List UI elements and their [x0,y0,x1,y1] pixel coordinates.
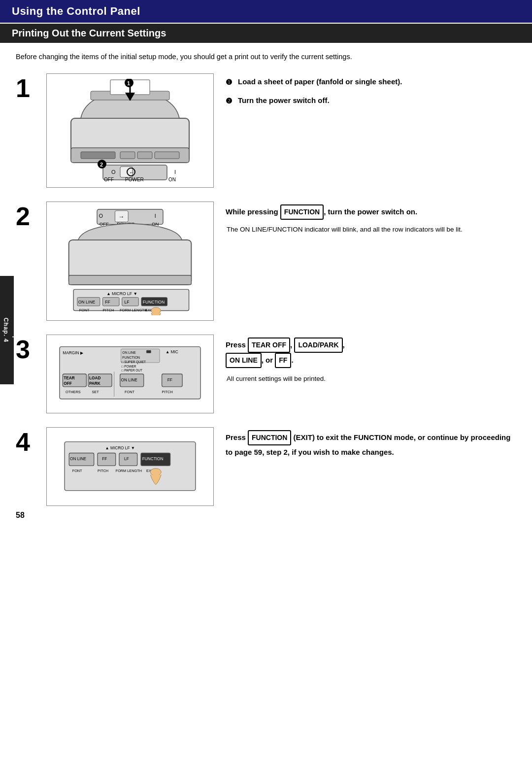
svg-rect-9 [155,152,179,159]
step-4-number: 4 [16,429,41,455]
svg-rect-6 [81,152,115,159]
step-1-instr-1: ❶ Load a sheet of paper (fanfold or sing… [226,76,516,88]
section-header: Printing Out the Current Settings [0,24,532,43]
step-2-diagram: → O I OFF ON POWER ▲ MICRO LF ▼ ON LINE [46,202,214,321]
step-2-row: 2 → O I OFF ON POWER [16,202,516,321]
step-1-bullet-1: ❶ [226,76,234,88]
step-2-instr-1: While pressing FUNCTION, turn the power … [226,204,516,220]
step-4-instr-1: Press FUNCTION (EXIT) to exit the FUNCTI… [226,430,516,459]
svg-text:FF: FF [105,300,110,304]
svg-point-47 [151,307,161,313]
svg-text:TEAR: TEAR [64,375,75,380]
svg-text:FONT: FONT [72,469,82,473]
step-3-instructions: Press TEAR OFF, LOAD/PARK, ON LINE, or F… [226,335,516,384]
panel-svg-3: MARGIN ▶ ON LINE FUNCTION □ SUPER QUIET … [54,344,206,404]
svg-text:FONT: FONT [125,390,135,394]
svg-text:ON LINE: ON LINE [70,457,87,461]
svg-text:OFF: OFF [64,381,72,386]
page-number: 58 [16,511,25,520]
function-exit-kbd: FUNCTION [248,430,291,445]
step-3-number: 3 [16,337,41,362]
tear-off-kbd: TEAR OFF [248,337,290,353]
step-1-diagram: O I OFF ON POWER ← 2 1 [46,73,214,188]
svg-text:▲ MICRO LF ▼: ▲ MICRO LF ▼ [105,446,135,450]
svg-text:MARGIN ▶: MARGIN ▶ [63,350,83,355]
svg-text:LF: LF [124,457,129,461]
section-title: Printing Out the Current Settings [12,28,166,38]
svg-text:FUNCTION: FUNCTION [143,300,165,304]
svg-text:POWER: POWER [125,177,144,182]
step-3-text-1: Press TEAR OFF, LOAD/PARK, ON LINE, or F… [226,337,345,368]
step-1-number: 1 [16,75,41,101]
svg-text:OFF: OFF [104,177,114,182]
step-1-instr-2: ❷ Turn the power switch off. [226,95,516,107]
step-4-row: 4 ▲ MICRO LF ▼ ON LINE FF LF FUNCTION FO… [16,427,516,506]
svg-text:ON LINE: ON LINE [121,377,138,382]
svg-text:I: I [174,169,176,175]
svg-rect-7 [120,152,135,159]
panel-svg-4: ▲ MICRO LF ▼ ON LINE FF LF FUNCTION FONT… [56,439,204,494]
step-4-instructions: Press FUNCTION (EXIT) to exit the FUNCTI… [226,427,516,464]
page-header: Using the Control Panel [0,0,532,23]
svg-text:PITCH: PITCH [103,308,114,312]
svg-text:→: → [118,213,124,220]
svg-text:FUNCTION: FUNCTION [142,457,164,461]
ff-kbd: FF [275,353,291,368]
step-1-instructions: ❶ Load a sheet of paper (fanfold or sing… [226,73,516,112]
svg-text:FUNCTION: FUNCTION [122,355,140,359]
step-2-sub-note: The ON LINE/FUNCTION indicator will blin… [226,225,516,235]
step-1-row: 1 [16,73,516,188]
svg-text:PARK: PARK [89,381,100,386]
svg-text:O: O [111,169,116,175]
function-button-kbd: FUNCTION [280,204,324,220]
svg-rect-53 [146,350,151,353]
intro-text: Before changing the items of the initial… [16,52,516,63]
on-line-kbd: ON LINE [226,353,262,368]
main-content: Before changing the items of the initial… [0,43,532,529]
svg-text:OTHERS: OTHERS [66,390,81,394]
svg-text:SET: SET [92,390,99,394]
page-title: Using the Control Panel [12,5,140,17]
step-2-instructions: While pressing FUNCTION, turn the power … [226,202,516,235]
svg-text:PITCH: PITCH [162,390,173,394]
step-4-diagram: ▲ MICRO LF ▼ ON LINE FF LF FUNCTION FONT… [46,427,214,506]
svg-text:O: O [99,213,103,219]
svg-rect-8 [137,152,152,159]
printer-svg-1: O I OFF ON POWER ← 2 1 [56,79,204,182]
svg-text:ON LINE: ON LINE [78,300,96,304]
step-1-text-1: Load a sheet of paper (fanfold or single… [238,76,402,88]
svg-text:FONT: FONT [79,308,90,312]
svg-rect-32 [69,275,192,284]
svg-text:LOAD: LOAD [89,375,101,380]
svg-text:PITCH: PITCH [98,469,108,473]
svg-text:←: ← [129,169,134,175]
step-3-instr-1: Press TEAR OFF, LOAD/PARK, ON LINE, or F… [226,337,516,368]
svg-text:I: I [155,213,156,219]
load-park-kbd: LOAD/PARK [294,337,342,353]
svg-text:□ PAPER OUT: □ PAPER OUT [121,369,142,372]
svg-text:ON LINE: ON LINE [122,351,136,354]
step-3-sub-note: All current settings will be printed. [226,374,516,384]
step-3-diagram: MARGIN ▶ ON LINE FUNCTION □ SUPER QUIET … [46,335,214,413]
printer-svg-2: → O I OFF ON POWER ▲ MICRO LF ▼ ON LINE [56,207,204,315]
step-2-text-1: While pressing FUNCTION, turn the power … [226,204,417,220]
svg-text:▲ MIC: ▲ MIC [166,349,178,354]
svg-text:2: 2 [100,162,103,168]
step-2-number: 2 [16,203,41,229]
svg-text:FF: FF [102,457,107,461]
svg-text:FORM LENGTH: FORM LENGTH [120,308,147,312]
svg-text:LF: LF [125,300,130,304]
svg-text:FF: FF [167,377,172,382]
svg-text:FORM LENGTH: FORM LENGTH [116,469,142,473]
svg-text:▲ MICRO LF ▼: ▲ MICRO LF ▼ [106,291,137,296]
step-4-text-1: Press FUNCTION (EXIT) to exit the FUNCTI… [226,430,516,459]
svg-point-87 [150,468,161,475]
svg-text:ON: ON [168,177,176,182]
step-1-bullet-2: ❷ [226,95,234,107]
svg-text:□ SUPER QUIET: □ SUPER QUIET [121,360,145,364]
step-3-row: 3 MARGIN ▶ ON LINE FUNCTION □ SUPER QUIE… [16,335,516,413]
svg-text:1: 1 [127,80,130,86]
svg-text:□ POWER: □ POWER [121,365,136,368]
step-1-text-2: Turn the power switch off. [238,95,330,106]
